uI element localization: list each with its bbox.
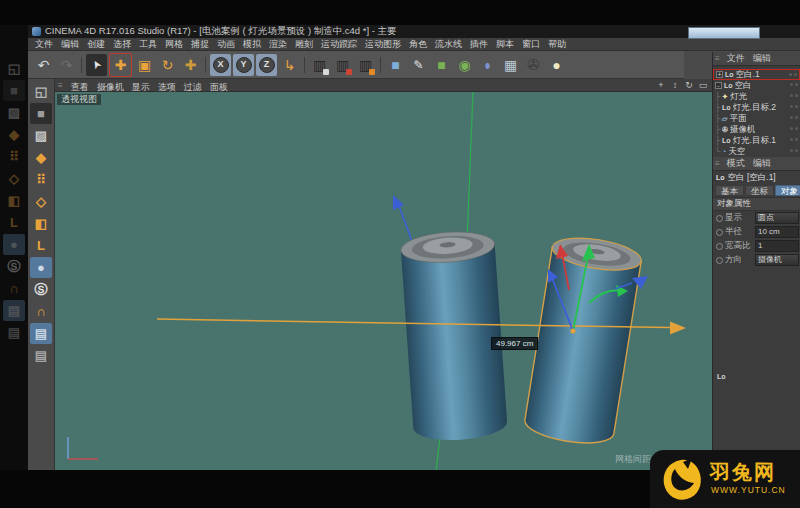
menu-窗口[interactable]: 窗口 — [518, 38, 544, 51]
visibility-dots[interactable] — [790, 94, 798, 97]
am-menu-编辑[interactable]: 编辑 — [749, 157, 775, 170]
pan-view-icon[interactable]: + — [655, 80, 667, 91]
magnet-snap-icon[interactable]: ∩ — [30, 301, 52, 322]
menu-编辑[interactable]: 编辑 — [57, 38, 83, 51]
render-to-picture-viewer-icon[interactable]: ▥ — [332, 54, 353, 76]
visibility-dots[interactable] — [790, 127, 798, 130]
workplane-mode-icon[interactable]: ◆ — [30, 147, 52, 168]
toggle-view-icon[interactable]: ▭ — [697, 80, 709, 91]
object-row-灯光.目标.1[interactable]: ├Lo灯光.目标.1 — [713, 135, 800, 146]
move-tool-icon[interactable]: ✚ — [109, 53, 132, 77]
perspective-viewport[interactable]: ≡ 查看摄像机显示选项过滤面板 +↕↻▭ — [55, 79, 712, 470]
attribute-value-显示[interactable]: 圆点 — [755, 212, 799, 224]
menu-流水线[interactable]: 流水线 — [431, 38, 466, 51]
redo-icon[interactable]: ↷ — [56, 54, 77, 76]
om-menu-文件[interactable]: 文件 — [723, 52, 749, 65]
dolly-view-icon[interactable]: ↕ — [669, 80, 681, 91]
attribute-value-半径[interactable]: 10 cm — [755, 226, 799, 238]
viewport-canvas[interactable]: 透视视图 49.967 cm 网格间距 — [55, 92, 712, 470]
battery-cylinder-left[interactable] — [400, 229, 508, 443]
camera-objects-icon[interactable]: ✇ — [523, 54, 544, 76]
visibility-dots[interactable] — [789, 73, 797, 76]
lock-x-axis-icon[interactable]: X — [210, 54, 231, 76]
object-row-空白.1[interactable]: +Lo空白.1 — [713, 69, 800, 80]
workplane-lock-icon[interactable]: ▤ — [30, 323, 52, 344]
render-view-icon[interactable]: ▥ — [309, 54, 330, 76]
tab-基本[interactable]: 基本 — [715, 185, 744, 196]
rotate-view-icon[interactable]: ↻ — [683, 80, 695, 91]
deformers-icon[interactable]: ● — [477, 54, 498, 76]
visibility-dots[interactable] — [790, 138, 798, 141]
object-row-摄像机[interactable]: ├✇摄像机 — [713, 124, 800, 135]
panel-grip-icon[interactable]: ≡ — [715, 159, 720, 168]
object-row-灯光.目标.2[interactable]: ├Lo灯光.目标.2 — [713, 102, 800, 113]
object-row-灯光[interactable]: ├✦灯光 — [713, 91, 800, 102]
make-editable-icon[interactable]: ◱ — [30, 81, 52, 102]
lock-z-axis-icon[interactable]: Z — [256, 54, 277, 76]
expand-toggle-icon[interactable]: + — [716, 71, 723, 78]
keyframe-circle-icon[interactable] — [716, 215, 723, 222]
visibility-dots[interactable] — [790, 105, 798, 108]
menu-选择[interactable]: 选择 — [109, 38, 135, 51]
spline-pen-icon[interactable]: ✎ — [408, 54, 429, 76]
visibility-dots[interactable] — [790, 149, 798, 152]
lock-y-axis-icon[interactable]: Y — [233, 54, 254, 76]
axis-mode-icon[interactable]: L — [30, 235, 52, 256]
snap-settings-icon[interactable]: Ⓢ — [30, 279, 52, 300]
viewport-menu-显示[interactable]: 显示 — [128, 82, 154, 92]
menu-帮助[interactable]: 帮助 — [544, 38, 570, 51]
visibility-dots[interactable] — [790, 116, 798, 119]
object-row-空白[interactable]: -Lo空白 — [713, 80, 800, 91]
gizmo-center[interactable] — [571, 329, 576, 334]
panel-grip-icon[interactable]: ≡ — [715, 54, 720, 63]
tab-坐标[interactable]: 坐标 — [745, 185, 774, 196]
menu-捕捉[interactable]: 捕捉 — [187, 38, 213, 51]
object-row-平面[interactable]: ├▱平面 — [713, 113, 800, 124]
menu-脚本[interactable]: 脚本 — [492, 38, 518, 51]
attribute-value-宽高比[interactable]: 1 — [755, 240, 799, 252]
modeling-objects-icon[interactable]: ◉ — [454, 54, 475, 76]
menu-运动图形[interactable]: 运动图形 — [361, 38, 405, 51]
menu-运动跟踪[interactable]: 运动跟踪 — [317, 38, 361, 51]
coordinate-system-icon[interactable]: ↳ — [279, 54, 300, 76]
edges-mode-icon[interactable]: ◇ — [30, 191, 52, 212]
menu-角色[interactable]: 角色 — [405, 38, 431, 51]
am-menu-模式[interactable]: 模式 — [723, 157, 749, 170]
polygons-mode-icon[interactable]: ◧ — [30, 213, 52, 234]
rotate-tool-icon[interactable]: ↻ — [157, 54, 178, 76]
viewport-solo-icon[interactable]: ● — [30, 257, 52, 278]
keyframe-circle-icon[interactable] — [716, 257, 723, 264]
battery-cylinder-right-selected[interactable] — [523, 233, 644, 449]
render-settings-icon[interactable]: ▥ — [355, 54, 376, 76]
menu-渲染[interactable]: 渲染 — [265, 38, 291, 51]
environment-objects-icon[interactable]: ▦ — [500, 54, 521, 76]
texture-mode-icon[interactable]: ▨ — [30, 125, 52, 146]
viewport-menu-面板[interactable]: 面板 — [206, 82, 232, 92]
menu-创建[interactable]: 创建 — [83, 38, 109, 51]
tab-对象[interactable]: 对象 — [775, 185, 800, 196]
model-mode-icon[interactable]: ■ — [30, 103, 52, 124]
menu-网格[interactable]: 网格 — [161, 38, 187, 51]
scale-tool-icon[interactable]: ▣ — [134, 54, 155, 76]
workplane-alignment-icon[interactable]: ▤ — [30, 345, 52, 366]
points-mode-icon[interactable]: ⠿ — [30, 169, 52, 190]
live-selection-icon[interactable]: ➤ — [86, 54, 107, 76]
generators-icon[interactable]: ■ — [431, 54, 452, 76]
keyframe-circle-icon[interactable] — [716, 243, 723, 250]
om-menu-编辑[interactable]: 编辑 — [749, 52, 775, 65]
viewport-menu-过滤[interactable]: 过滤 — [180, 82, 206, 92]
viewport-menu-查看[interactable]: 查看 — [67, 82, 93, 92]
expand-toggle-icon[interactable]: - — [715, 82, 722, 89]
attribute-value-方向[interactable]: 摄像机 — [755, 254, 799, 266]
object-row-天空[interactable]: └◔天空 — [713, 146, 800, 157]
last-used-tool-icon[interactable]: ✚ — [180, 54, 201, 76]
menu-工具[interactable]: 工具 — [135, 38, 161, 51]
visibility-dots[interactable] — [790, 83, 798, 86]
undo-icon[interactable]: ↶ — [33, 54, 54, 76]
menu-插件[interactable]: 插件 — [466, 38, 492, 51]
menu-雕刻[interactable]: 雕刻 — [291, 38, 317, 51]
menu-文件[interactable]: 文件 — [31, 38, 57, 51]
menu-模拟[interactable]: 模拟 — [239, 38, 265, 51]
light-objects-icon[interactable]: ● — [546, 54, 567, 76]
viewport-menu-摄像机[interactable]: 摄像机 — [93, 82, 128, 92]
